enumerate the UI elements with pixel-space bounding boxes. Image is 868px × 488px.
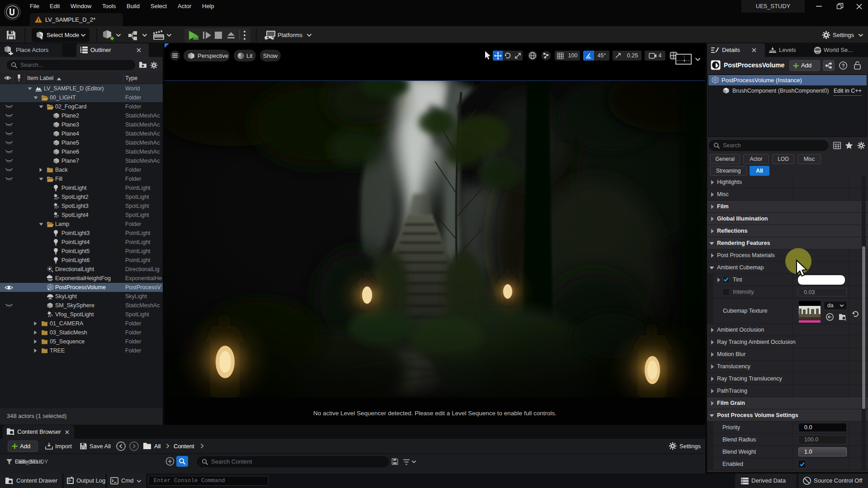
svg-text:?: ?	[842, 63, 845, 68]
svg-text:+: +	[47, 287, 50, 291]
